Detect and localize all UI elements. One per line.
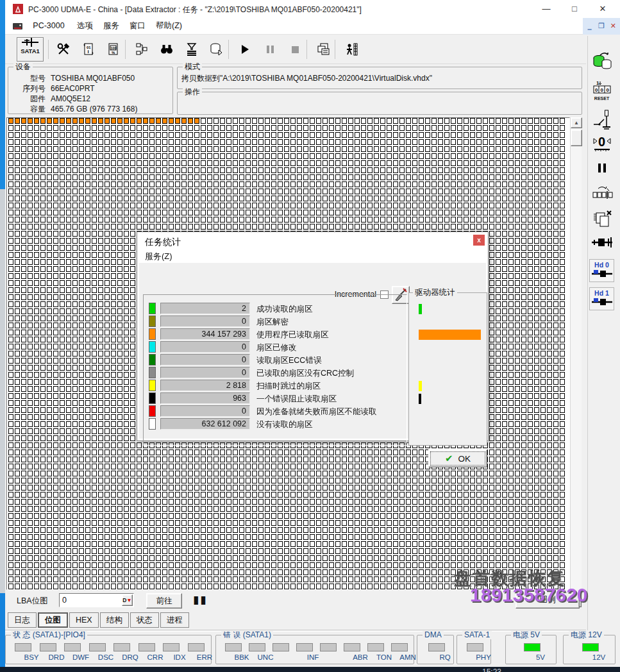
status-group-label: SATA-1 — [462, 630, 492, 639]
status-group-label: DMA — [423, 630, 444, 639]
sidebar-item-power-switch[interactable] — [589, 108, 614, 133]
sidebar-item-reset[interactable]: 1000RESET — [589, 80, 614, 101]
tab-HEX[interactable]: HEX — [69, 612, 99, 628]
reset-icon: 1000 — [591, 80, 613, 96]
tab-进程[interactable]: 进程 — [160, 612, 189, 628]
tab-结构[interactable]: 结构 — [100, 612, 129, 628]
sata1-port-button[interactable]: SATA1 — [17, 37, 44, 62]
mdi-restore-icon[interactable]: ❐ — [597, 18, 607, 34]
mode-text: 拷贝数据到"A:\2019\TOSHIBA MQ01ABF050-2020042… — [181, 72, 578, 85]
led-5V — [524, 643, 540, 651]
toolbar-button-play[interactable] — [235, 39, 255, 60]
dialog-menu-service[interactable]: 服务(Z) — [145, 251, 172, 262]
sidebar-item-hd0[interactable]: Hd 0 — [589, 259, 614, 282]
menu-item-2[interactable]: 窗口 — [124, 18, 151, 34]
toolbar-button-tools[interactable] — [53, 39, 74, 60]
led-UNC — [249, 643, 265, 651]
led-label-5V: 5V — [528, 653, 553, 661]
sidebar-item-pause-small[interactable] — [589, 162, 614, 176]
main-toolbar: SATA1 01i100% — [5, 35, 586, 64]
led-blank — [272, 643, 289, 651]
led-DWF — [64, 643, 81, 651]
pc3000-app-window: PC-3000 UDMA-E - China - [Data Extractor… — [0, 0, 620, 672]
tab-日志[interactable]: 日志 — [8, 612, 37, 628]
lba-dropdown-button[interactable]: D▼ — [122, 594, 133, 606]
sidebar-item-skip-sectors[interactable] — [589, 185, 614, 205]
led-label-DWF: DWF — [68, 653, 94, 661]
menu-item-1[interactable]: 服务 — [98, 18, 124, 34]
device-field-value: 66EAC0PRT — [51, 84, 94, 93]
mdi-minimize-icon[interactable]: ‗ — [585, 18, 594, 34]
window-title: PC-3000 UDMA-E - China - [Data Extractor… — [28, 4, 362, 15]
menu-item-pc3000[interactable]: PC-3000 — [28, 18, 69, 34]
map-scrollbar[interactable]: ▲ — [570, 117, 582, 590]
maximize-button[interactable]: □ — [562, 0, 587, 18]
menu-item-0[interactable]: 选项 — [72, 18, 98, 34]
toolbar-button-stop[interactable] — [285, 39, 305, 60]
sidebar-item-cancel-tasks[interactable] — [589, 209, 614, 231]
hd-port-icon — [591, 297, 613, 306]
led-RQ — [428, 643, 445, 651]
stat-row-4: 0读取扇区ECC错误 — [144, 354, 406, 365]
sidebar-item-zero-counter[interactable]: 0 — [589, 132, 614, 156]
lba-input-value: 0 — [62, 596, 67, 605]
stat-label: 扇区已修改 — [256, 342, 297, 353]
sidebar-item-hd-copy[interactable] — [589, 50, 614, 74]
toolbar-button-database-export[interactable] — [206, 39, 227, 60]
lba-input[interactable]: 0 D▼ — [59, 593, 134, 607]
stat-value-bar: 2 — [160, 303, 250, 314]
menu-item-3[interactable]: 帮助(Z) — [151, 18, 187, 34]
toolbar-button-script-info[interactable]: 01i — [78, 39, 99, 60]
task-statistics-dialog[interactable]: 任务统计 x 服务(Z) Incremental 2成功读取的扇区0扇区解密34… — [137, 231, 489, 441]
stop-icon — [289, 43, 301, 56]
stat-label: 没有读取的扇区 — [256, 419, 313, 430]
stat-row-9: 632 612 092没有读取的扇区 — [144, 418, 406, 430]
zero-counter-icon: 0 — [591, 132, 614, 154]
device-field-label: 序列号 — [13, 83, 51, 94]
skip-sectors-icon — [591, 185, 614, 203]
title-bar[interactable]: PC-3000 UDMA-E - China - [Data Extractor… — [5, 0, 620, 18]
hd-port-icon — [591, 269, 613, 278]
tab-状态[interactable]: 状态 — [130, 612, 159, 628]
app-logo-icon — [13, 4, 23, 14]
sidebar-item-hd1[interactable]: Hd 1 — [589, 287, 614, 310]
go-button[interactable]: 前往 — [146, 593, 182, 609]
led-label-DRQ: DRQ — [117, 653, 143, 661]
svg-text:1: 1 — [596, 80, 599, 86]
device-field-1: 序列号66EAC0PRT — [13, 83, 167, 94]
toolbar-button-tree-structure[interactable] — [131, 39, 152, 60]
led-IDX — [163, 643, 180, 651]
stat-color-chip — [149, 392, 156, 404]
sidebar-item-connector[interactable] — [589, 236, 614, 251]
device-field-3: 容量465.76 GB (976 773 168) — [13, 104, 167, 114]
operation-panel: 操作 — [177, 92, 582, 115]
toolbar-button-filter[interactable] — [181, 39, 202, 60]
dialog-title: 任务统计 — [145, 237, 181, 248]
minimize-button[interactable]: — — [534, 0, 558, 18]
percent-doc-icon: 100% — [106, 42, 121, 56]
mode-panel-label: 模式 — [183, 62, 202, 71]
led-label-12V: 12V — [586, 653, 612, 661]
stat-value-bar: 344 157 293 — [160, 328, 250, 340]
device-field-label: 型号 — [13, 73, 51, 84]
led-TON — [367, 643, 384, 651]
sidebar-item-label: Hd 0 — [590, 261, 614, 269]
scroll-up-icon[interactable]: ▲ — [571, 117, 582, 128]
toolbar-button-pause[interactable] — [260, 39, 280, 60]
stat-label: 一个错误阻止读取扇区 — [256, 394, 337, 405]
scrollbar-thumb[interactable] — [571, 130, 582, 146]
taskbar-clock: 15:23 — [482, 668, 501, 672]
tab-位图[interactable]: 位图 — [38, 612, 68, 628]
dialog-close-icon[interactable]: x — [473, 235, 485, 246]
toolbar-button-percent-doc[interactable]: 100% — [103, 39, 124, 60]
toolbar-button-exit[interactable] — [341, 39, 362, 60]
toolbar-button-copy-tasks[interactable] — [313, 39, 333, 60]
stat-row-0: 2成功读取的扇区 — [144, 303, 406, 314]
device-field-2: 固件AM0Q5E12 — [13, 94, 167, 104]
toolbar-button-binoculars[interactable] — [156, 39, 177, 60]
ok-button[interactable]: ✔OK — [428, 449, 487, 467]
drive-tick-1 — [419, 330, 481, 340]
mdi-close-icon[interactable]: ✕ — [608, 18, 618, 34]
close-button[interactable]: ✕ — [591, 0, 615, 18]
mode-panel: 模式 拷贝数据到"A:\2019\TOSHIBA MQ01ABF050-2020… — [177, 67, 582, 89]
